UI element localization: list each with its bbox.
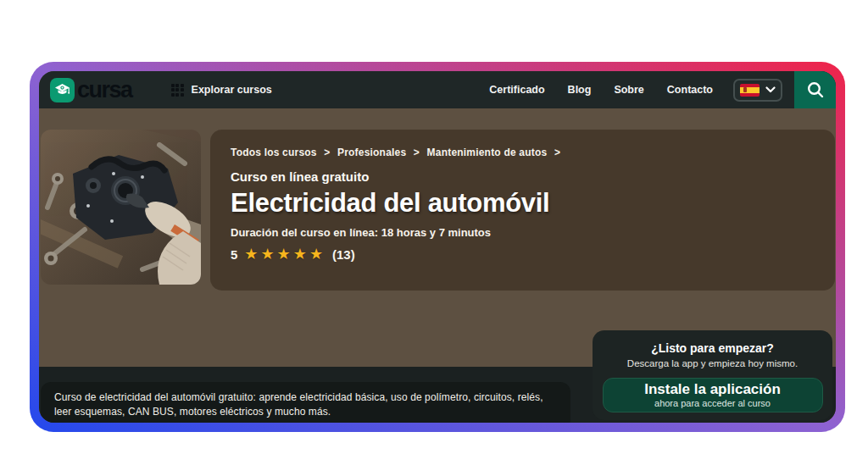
- course-hero: Todos los cursos > Profesionales > Mante…: [39, 108, 836, 367]
- course-title: Electricidad del automóvil: [231, 188, 815, 219]
- breadcrumb-all-courses[interactable]: Todos los cursos: [231, 147, 317, 158]
- gradient-frame: cursa Explorar cursos Certificado Blog S…: [30, 62, 845, 432]
- rating-stars-icon: ★★★★★: [244, 246, 326, 262]
- breadcrumb: Todos los cursos > Profesionales > Mante…: [231, 147, 815, 158]
- search-button[interactable]: [794, 71, 836, 108]
- cta-heading: ¿Listo para empezar?: [593, 341, 832, 355]
- logo-text: cursa: [77, 79, 132, 102]
- nav-certificado[interactable]: Certificado: [489, 84, 544, 96]
- nav-sobre[interactable]: Sobre: [614, 84, 643, 96]
- cta-subheading: Descarga la app y empieza hoy mismo.: [593, 358, 832, 368]
- nav-blog[interactable]: Blog: [568, 84, 592, 96]
- breadcrumb-profesionales[interactable]: Profesionales: [337, 147, 406, 158]
- language-selector[interactable]: [733, 79, 782, 102]
- course-type-label: Curso en línea gratuito: [231, 169, 815, 184]
- chevron-down-icon: [765, 86, 776, 93]
- course-image: [41, 130, 201, 285]
- breadcrumb-separator: >: [414, 147, 420, 158]
- cta-panel: ¿Listo para empezar? Descarga la app y e…: [593, 330, 832, 420]
- explore-courses-menu[interactable]: Explorar cursos: [171, 84, 272, 97]
- course-duration: Duración del curso en línea: 18 horas y …: [231, 226, 815, 239]
- explore-courses-label: Explorar cursos: [192, 84, 272, 96]
- nav-contacto[interactable]: Contacto: [667, 84, 713, 96]
- install-app-button[interactable]: Instale la aplicación ahora para acceder…: [603, 378, 823, 412]
- search-icon: [806, 80, 825, 99]
- browser-page: cursa Explorar cursos Certificado Blog S…: [39, 71, 836, 423]
- install-button-subtitle: ahora para acceder al curso: [654, 398, 771, 408]
- rating-score: 5: [231, 247, 237, 262]
- course-rating: 5 ★★★★★ (13): [231, 246, 815, 262]
- breadcrumb-separator: >: [554, 147, 560, 158]
- course-info-panel: Todos los cursos > Profesionales > Mante…: [210, 130, 835, 291]
- install-button-title: Instale la aplicación: [644, 382, 781, 398]
- grid-menu-icon: [171, 84, 184, 97]
- site-header: cursa Explorar cursos Certificado Blog S…: [39, 71, 836, 108]
- course-description: Curso de electricidad del automóvil grat…: [54, 390, 557, 418]
- main-nav: Certificado Blog Sobre Contacto: [489, 84, 713, 96]
- rating-count: (13): [332, 247, 355, 262]
- spain-flag-icon: [740, 84, 760, 97]
- breadcrumb-mantenimiento[interactable]: Mantenimiento de autos: [427, 147, 548, 158]
- graduation-cap-icon: [50, 78, 75, 102]
- breadcrumb-separator: >: [324, 147, 330, 158]
- course-description-box: Curso de electricidad del automóvil grat…: [41, 382, 570, 423]
- cursa-logo[interactable]: cursa: [50, 78, 132, 102]
